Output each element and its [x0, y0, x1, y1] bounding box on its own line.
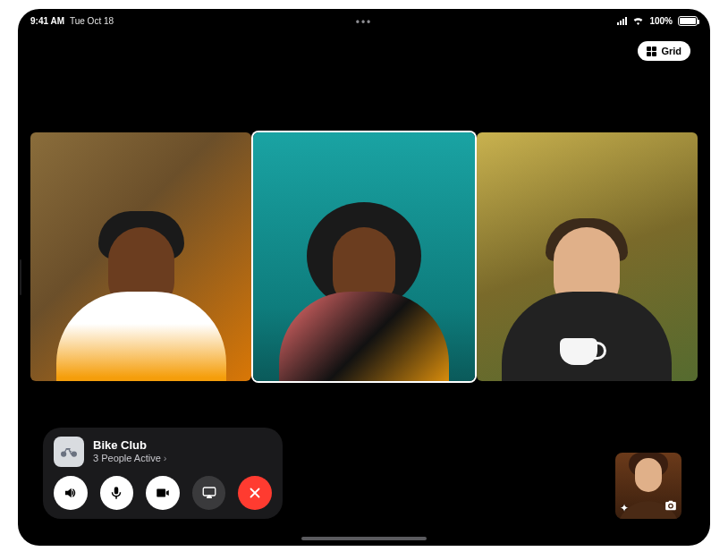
- call-title: Bike Club: [93, 439, 167, 453]
- battery-percent: 100%: [649, 16, 673, 26]
- shareplay-button[interactable]: [192, 476, 226, 510]
- person-icon: [301, 202, 427, 381]
- self-view[interactable]: ✦: [615, 453, 681, 519]
- call-info-text: Bike Club 3 People Active ›: [93, 439, 167, 464]
- speaker-button[interactable]: [54, 476, 88, 510]
- person-icon: [79, 202, 204, 381]
- speaker-icon: [63, 485, 79, 501]
- participant-tile[interactable]: [477, 132, 698, 381]
- ipad-screen: 9:41 AM Tue Oct 18 ••• 100% Grid: [18, 9, 710, 546]
- side-notch: [20, 259, 21, 295]
- battery-icon: [678, 16, 698, 26]
- home-indicator[interactable]: [301, 537, 427, 540]
- grid-icon: [647, 47, 656, 56]
- status-left: 9:41 AM Tue Oct 18: [30, 16, 114, 26]
- call-subtitle: 3 People Active: [93, 453, 161, 464]
- participant-tile[interactable]: [30, 132, 251, 381]
- grid-toggle-label: Grid: [661, 46, 681, 56]
- cup-icon: [560, 338, 597, 365]
- end-call-button[interactable]: [238, 476, 272, 510]
- wifi-icon: [632, 16, 644, 25]
- status-time: 9:41 AM: [30, 16, 64, 26]
- video-icon: [155, 485, 171, 501]
- bicycle-icon: [60, 443, 78, 461]
- participant-grid: [30, 132, 698, 381]
- grid-toggle-button[interactable]: Grid: [638, 41, 690, 61]
- multitask-dots-icon[interactable]: •••: [356, 16, 373, 29]
- camera-toggle-button[interactable]: [146, 476, 180, 510]
- status-right: 100%: [617, 16, 698, 26]
- shareplay-icon: [201, 485, 217, 501]
- group-avatar: [54, 437, 84, 467]
- person-icon: [524, 202, 649, 381]
- status-bar: 9:41 AM Tue Oct 18 ••• 100%: [18, 9, 710, 32]
- chevron-right-icon: ›: [164, 453, 167, 464]
- participant-tile[interactable]: [253, 132, 474, 381]
- microphone-icon: [108, 485, 124, 501]
- cellular-signal-icon: [617, 17, 627, 25]
- effects-icon[interactable]: ✦: [620, 502, 629, 515]
- camera-shutter-icon[interactable]: [665, 499, 677, 515]
- call-controls-banner: Bike Club 3 People Active ›: [43, 428, 283, 519]
- control-row: [54, 476, 272, 510]
- svg-rect-2: [203, 488, 216, 496]
- close-icon: [247, 485, 263, 501]
- status-date: Tue Oct 18: [70, 16, 114, 26]
- call-info-button[interactable]: Bike Club 3 People Active ›: [54, 437, 272, 467]
- mute-button[interactable]: [100, 476, 134, 510]
